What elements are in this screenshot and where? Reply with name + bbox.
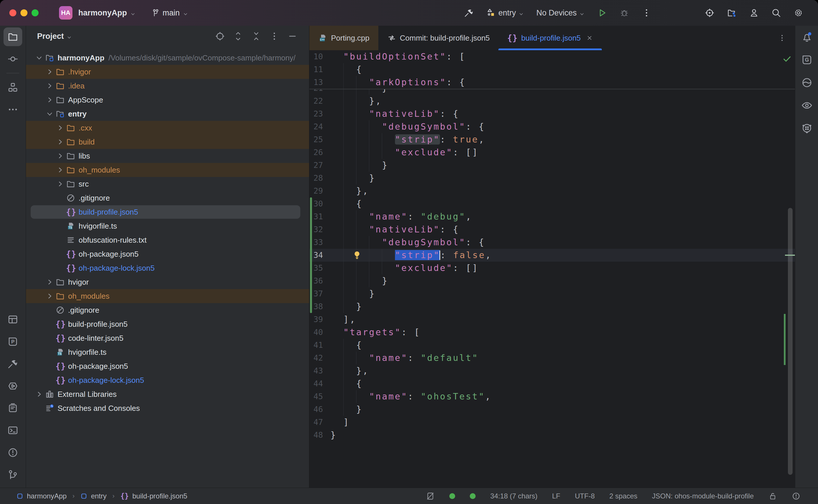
notifications-button[interactable]	[798, 28, 816, 46]
readonly-toggle[interactable]	[767, 491, 779, 501]
minimize-window-button[interactable]	[20, 9, 27, 16]
highlighting-level-button[interactable]	[424, 491, 437, 501]
editor-tab[interactable]: Commit: build-profile.json5	[378, 26, 499, 50]
more-actions-button[interactable]	[640, 8, 653, 18]
hide-panel-button[interactable]	[287, 31, 297, 41]
search-everywhere-button[interactable]	[770, 8, 783, 18]
chevron-right-icon[interactable]	[45, 67, 54, 76]
code-line[interactable]: 42 "name": "default"	[309, 352, 795, 364]
code-line[interactable]: 25 "strip": true,	[309, 133, 795, 146]
caret-position[interactable]: 34:18 (7 chars)	[489, 492, 539, 500]
tree-row[interactable]: {}oh-package-lock.json5	[26, 261, 309, 275]
breadcrumb-item[interactable]: {}build-profile.json5	[119, 492, 189, 500]
code-line[interactable]: 30 {	[309, 197, 795, 210]
code-line[interactable]: 21 }	[309, 89, 795, 95]
build-button[interactable]	[462, 8, 476, 18]
code-editor[interactable]: 10 "buildOptionSet": [11 {13 "arkOptions…	[309, 50, 795, 488]
codegenie-button[interactable]: G	[798, 51, 816, 69]
tree-row[interactable]: {}oh-package.json5	[26, 359, 309, 373]
locate-device-button[interactable]	[703, 8, 716, 18]
tree-row[interactable]: {}oh-package-lock.json5	[26, 373, 309, 387]
code-line[interactable]: 36 }	[309, 274, 795, 287]
editor-scrollbar[interactable]	[788, 208, 793, 475]
device-file-browser-button[interactable]	[725, 8, 739, 18]
code-line[interactable]: 11 {	[309, 63, 795, 76]
tree-row[interactable]: .gitignore	[26, 303, 309, 317]
code-line[interactable]: 31 "name": "debug",	[309, 210, 795, 223]
chevron-right-icon[interactable]	[56, 124, 65, 132]
chevron-right-icon[interactable]	[45, 292, 54, 300]
code-line[interactable]: 45 "name": "ohosTest",	[309, 390, 795, 403]
account-button[interactable]	[747, 8, 761, 18]
branch-switcher[interactable]: main	[149, 8, 190, 18]
locate-file-button[interactable]	[215, 31, 225, 41]
code-line[interactable]: 26 "exclude": []	[309, 146, 795, 159]
tree-row[interactable]: .hvigor	[26, 65, 309, 79]
tree-row[interactable]: oh_modules	[26, 289, 309, 303]
terminal-tool-button[interactable]	[4, 421, 22, 440]
status-dot-2[interactable]	[468, 493, 478, 499]
more-tool-windows-button[interactable]	[4, 100, 22, 119]
tree-row[interactable]: .gitignore	[26, 191, 309, 205]
close-window-button[interactable]	[9, 9, 16, 16]
tree-row[interactable]: obfuscation-rules.txt	[26, 233, 309, 247]
code-line[interactable]: 32 "nativeLib": {	[309, 223, 795, 236]
tree-row[interactable]: oh_modules	[26, 163, 309, 177]
json-schema[interactable]: JSON: ohos-module-build-profile	[650, 492, 756, 500]
settings-button[interactable]	[792, 8, 805, 18]
chevron-right-icon[interactable]	[45, 278, 54, 286]
breadcrumb-item[interactable]: harmonyApp	[15, 492, 68, 500]
project-tool-button[interactable]	[4, 27, 22, 46]
device-selector[interactable]: No Devices	[535, 8, 587, 18]
chevron-right-icon[interactable]	[56, 138, 65, 146]
code-line[interactable]: 39 ],	[309, 313, 795, 326]
code-line[interactable]: 29 },	[309, 185, 795, 197]
code-line[interactable]: 44 {	[309, 377, 795, 390]
close-tab-icon[interactable]	[586, 34, 593, 41]
options-button[interactable]	[269, 31, 279, 41]
chevron-right-icon[interactable]	[35, 390, 44, 399]
structure-tool-button[interactable]	[4, 78, 22, 97]
code-line[interactable]: 27 }	[309, 159, 795, 172]
tree-row[interactable]: src	[26, 177, 309, 191]
line-separator[interactable]: LF	[551, 492, 562, 500]
chevron-right-icon[interactable]	[45, 81, 54, 90]
tree-row[interactable]: hvigor	[26, 275, 309, 289]
collapse-all-button[interactable]	[251, 31, 261, 41]
tree-row[interactable]: {}build-profile.json5	[26, 205, 309, 219]
services-tool-button[interactable]	[4, 377, 22, 395]
tree-row[interactable]: External Libraries	[26, 387, 309, 401]
chevron-right-icon[interactable]	[56, 152, 65, 160]
code-line[interactable]: 38 }	[309, 300, 795, 313]
code-line[interactable]: 47 ]	[309, 416, 795, 429]
tree-row[interactable]: .cxx	[26, 121, 309, 135]
chevron-down-icon[interactable]	[45, 110, 54, 118]
code-line[interactable]: 10 "buildOptionSet": [	[309, 50, 795, 63]
tree-row[interactable]: AppScope	[26, 93, 309, 107]
status-dot-1[interactable]	[448, 493, 457, 499]
tree-row[interactable]: {}code-linter.json5	[26, 331, 309, 345]
tree-row[interactable]: entry	[26, 107, 309, 121]
project-switcher[interactable]: harmonyApp	[77, 8, 138, 18]
tab-options-button[interactable]	[776, 32, 788, 44]
git-tool-button[interactable]	[4, 465, 22, 484]
debug-button[interactable]	[618, 8, 631, 18]
tree-row[interactable]: .idea	[26, 79, 309, 93]
code-line[interactable]: 41 {	[309, 339, 795, 352]
chevron-down-icon[interactable]	[35, 53, 44, 62]
tree-row[interactable]: TShvigorfile.ts	[26, 345, 309, 359]
codelinter-button[interactable]	[798, 74, 816, 91]
code-line[interactable]: 33 "debugSymbol": {	[309, 236, 795, 249]
editor-tab[interactable]: {}build-profile.json5	[499, 26, 602, 50]
code-line[interactable]: 22 },	[309, 95, 795, 107]
commit-tool-button[interactable]	[4, 50, 22, 68]
notes-tool-button[interactable]	[4, 399, 22, 418]
zoom-window-button[interactable]	[32, 9, 39, 16]
code-line[interactable]: 23 "nativeLib": {	[309, 107, 795, 120]
build-tool-button[interactable]	[4, 354, 22, 373]
project-view-selector[interactable]: Project	[35, 32, 74, 41]
run-button[interactable]	[595, 8, 609, 18]
breadcrumb-item[interactable]: entry	[79, 492, 108, 500]
chevron-right-icon[interactable]	[56, 166, 65, 174]
editor-tab[interactable]: C++Porting.cpp	[309, 26, 378, 50]
